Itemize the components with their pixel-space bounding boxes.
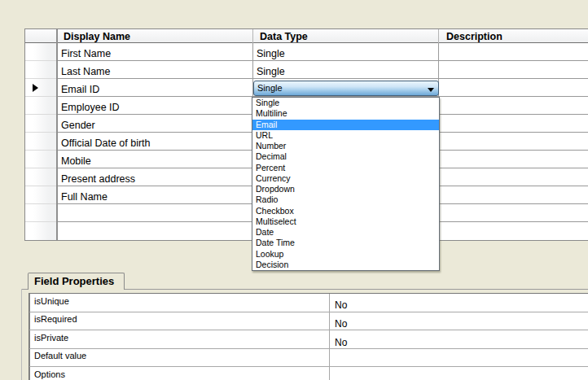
current-row-arrow <box>33 84 38 92</box>
opt-url: URL <box>252 130 439 141</box>
row-first-name: First NameSingle <box>58 43 588 61</box>
opt-decimal: Decimal <box>252 151 439 162</box>
opt-number: Number <box>252 141 439 151</box>
row-headers <box>25 43 57 240</box>
opt-checkbox: Checkbox <box>252 206 439 216</box>
opt-multiselect: Multiselect <box>252 216 439 227</box>
opt-datetime: Date Time <box>252 238 439 248</box>
field-properties-tab[interactable]: Field Properties <box>28 273 125 290</box>
opt-single: Single <box>252 98 439 108</box>
opt-radio: Radio <box>252 194 439 205</box>
row-last-name: Last NameSingle <box>58 61 588 79</box>
opt-dropdown: Dropdown <box>252 184 439 194</box>
opt-percent: Percent <box>252 163 439 173</box>
opt-lookup: Lookup <box>252 249 439 260</box>
page: Display Name Data Type Description First… <box>0 0 588 380</box>
field-properties-table: isUnique isRequired isPrivate Default va… <box>29 293 588 380</box>
opt-multiline: Multiline <box>252 108 439 119</box>
opt-email: Email <box>252 120 439 130</box>
grid-header: Display Name Data Type Description <box>25 29 588 43</box>
pane-left-border <box>21 289 22 380</box>
opt-decision: Decision <box>252 260 439 270</box>
datatype-combobox[interactable]: Single <box>253 81 439 96</box>
opt-currency: Currency <box>252 173 439 184</box>
datatype-dropdown-list[interactable]: Single Multiline Email URL Number Decima… <box>252 97 440 271</box>
opt-date: Date <box>252 227 439 238</box>
